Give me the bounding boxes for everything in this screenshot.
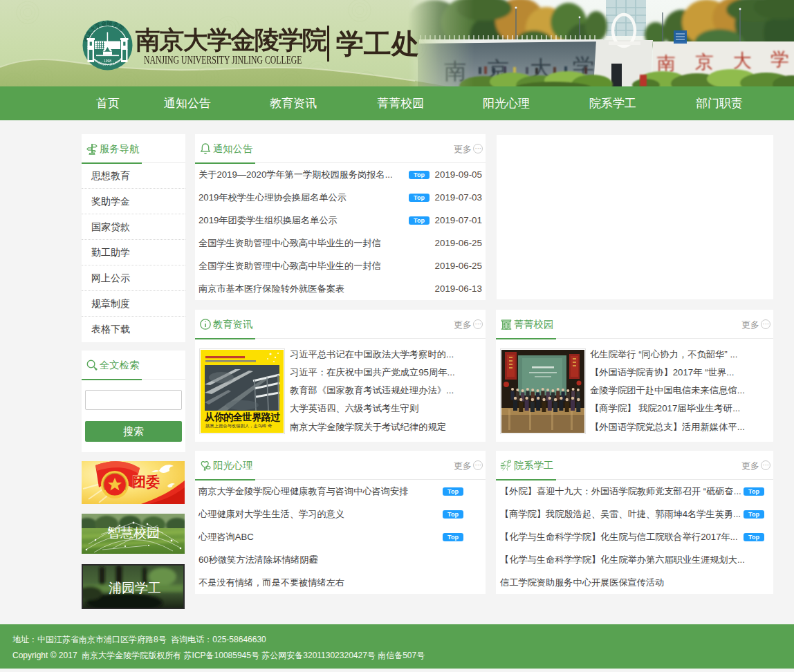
svg-text:姚晨上篇会与改编剧人，走鸟峰 奇: 姚晨上篇会与改编剧人，走鸟峰 奇 [205, 423, 273, 429]
svg-text:浦园学工: 浦园学工 [109, 581, 161, 595]
svg-text:· 1998 ·: · 1998 · [102, 59, 114, 63]
svg-text:智慧校园: 智慧校园 [107, 525, 160, 540]
svg-text:团委: 团委 [132, 474, 160, 489]
svg-text:南: 南 [657, 53, 676, 74]
svg-text:南: 南 [444, 59, 466, 84]
svg-text:京: 京 [695, 52, 714, 73]
svg-text:学: 学 [770, 49, 789, 70]
svg-text:大: 大 [733, 50, 752, 71]
svg-text:从你的全世界路过: 从你的全世界路过 [204, 411, 281, 422]
